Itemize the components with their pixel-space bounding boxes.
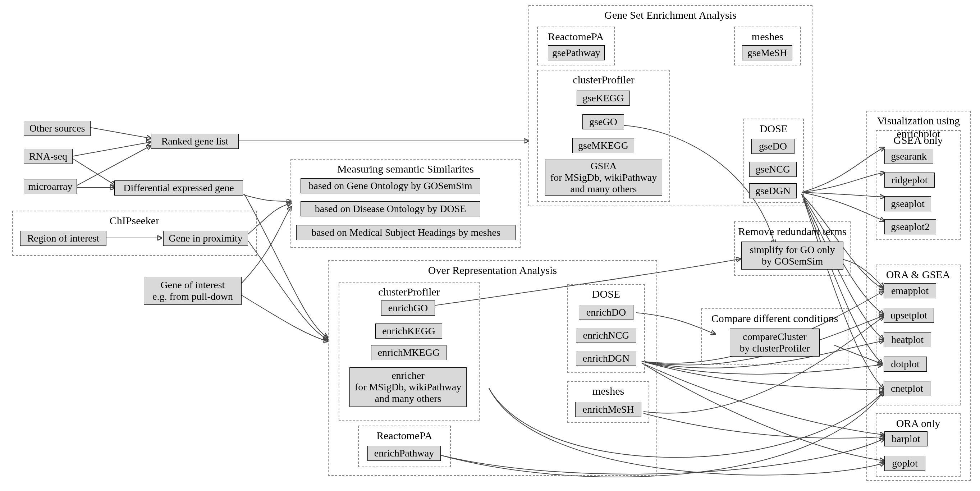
node-gsedgn: gseDGN <box>749 183 797 199</box>
node-goplot: goplot <box>885 456 925 471</box>
node-deg: Differential expressed gene <box>115 180 243 195</box>
node-sem-do: based on Disease Ontology by DOSE <box>301 201 480 216</box>
node-enrichdgn: enrichDGN <box>576 351 636 366</box>
edge-deg-semsim <box>241 194 291 201</box>
group-gsea-dose-title: DOSE <box>744 122 803 135</box>
node-enrichncg: enrichNCG <box>576 328 636 343</box>
group-compare-title: Compare different conditions <box>702 312 848 325</box>
group-gsea-title: Gene Set Enrichment Analysis <box>529 9 812 22</box>
group-ora-meshes-title: meshes <box>568 385 649 397</box>
edge-enrichdgn-goplot <box>642 363 885 461</box>
node-gsego: gseGO <box>582 114 624 129</box>
node-sem-go: based on Gene Ontology by GOSemSim <box>301 178 480 193</box>
node-gsemkegg: gseMKEGG <box>572 138 634 153</box>
group-gsea-reactomepa-title: ReactomePA <box>538 30 614 43</box>
node-gsearank: gsearank <box>885 149 933 164</box>
node-simplify: simplify for GO only by GOSemSim <box>741 242 843 270</box>
node-gsekegg: gseKEGG <box>577 91 630 106</box>
group-ora-reactomepa-title: ReactomePA <box>359 429 450 442</box>
node-gsemesh: gseMeSH <box>742 45 792 60</box>
node-dotplot: dotplot <box>884 357 927 372</box>
node-gsepathway: gsePathway <box>548 45 605 60</box>
node-enricher: enricher for MSigDb, wikiPathway and man… <box>350 367 467 407</box>
node-enrichmesh: enrichMeSH <box>575 402 641 417</box>
node-emapplot: emapplot <box>884 283 936 298</box>
group-ora-cp-title: clusterProfiler <box>339 285 479 298</box>
node-gsedo: gseDO <box>751 139 794 154</box>
node-gseaplot2: gseaplot2 <box>885 219 936 234</box>
node-gsencg: gseNCG <box>749 162 797 177</box>
edge-enrichdgn-barplot <box>642 363 885 435</box>
node-gsea-generic: GSEA for MSigDb, wikiPathway and many ot… <box>545 160 662 195</box>
group-gsea-meshes-title: meshes <box>735 30 800 43</box>
node-gene-proximity: Gene in proximity <box>163 231 248 246</box>
edge-proximity-ora <box>248 241 328 340</box>
node-enrichgo: enrichGO <box>381 300 435 316</box>
node-sem-mesh: based on Medical Subject Headings by mes… <box>296 225 515 240</box>
group-viz-both-title: ORA & GSEA <box>877 268 960 281</box>
node-gene-interest: Gene of interest e.g. from pull-down <box>144 277 242 305</box>
node-barplot: barplot <box>885 431 928 447</box>
group-chipseeker-title: ChIPseeker <box>13 214 256 227</box>
group-simplify-title: Remove redundant terms <box>735 225 850 238</box>
node-cnetplot: cnetplot <box>884 381 931 396</box>
group-ora-dose-title: DOSE <box>568 288 644 300</box>
node-rna-seq: RNA-seq <box>24 149 73 164</box>
group-viz-gsea-title: GSEA only <box>877 134 960 147</box>
edge-interest-ora <box>241 295 328 342</box>
node-upsetplot: upsetplot <box>884 308 934 323</box>
node-enrichmkegg: enrichMKEGG <box>371 345 447 360</box>
node-other-sources: Other sources <box>24 121 91 136</box>
node-roi: Region of interest <box>20 231 107 246</box>
edge-enrichmesh-barplot <box>644 413 885 438</box>
node-gseaplot: gseaplot <box>885 196 931 211</box>
edge-rnaseq-deg <box>72 158 115 185</box>
node-microarray: microarray <box>24 179 77 194</box>
group-viz-ora-title: ORA only <box>877 417 960 430</box>
node-heatplot: heatplot <box>884 332 931 347</box>
edge-rnaseq-ranked <box>72 142 151 156</box>
node-enrichdo: enrichDO <box>579 305 633 320</box>
group-semsim-title: Measuring semantic Similarites <box>291 162 520 175</box>
node-ridgeplot: ridgeplot <box>885 173 935 188</box>
group-ora-title: Over Representation Analysis <box>329 264 657 277</box>
node-compare: compareCluster by clusterProfiler <box>730 329 820 357</box>
edge-othersources-ranked <box>91 128 151 138</box>
node-enrichkegg: enrichKEGG <box>375 324 442 338</box>
edge-enrichdgn-cnetplot <box>642 361 884 390</box>
node-enrichpathway: enrichPathway <box>368 446 441 461</box>
group-gsea-cp-title: clusterProfiler <box>538 73 670 86</box>
node-ranked-list: Ranked gene list <box>151 134 239 149</box>
